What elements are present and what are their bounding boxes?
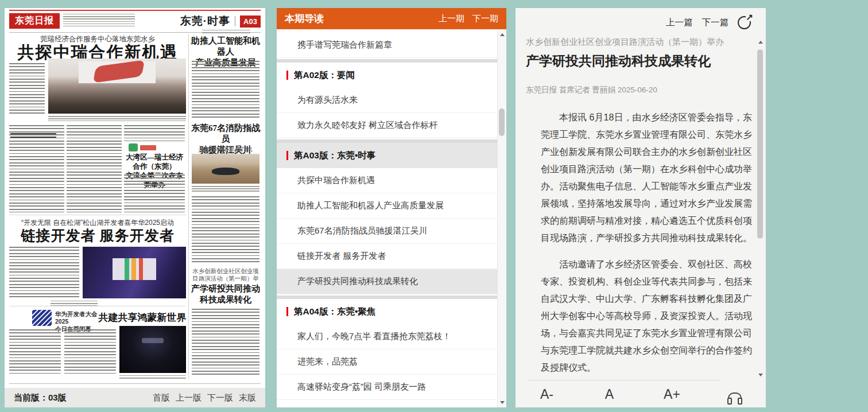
column-logo-icon xyxy=(129,143,138,151)
toc-item[interactable]: 高速驿站变身“荔”园 司乘朋友一路 xyxy=(277,375,498,400)
scroll-up-icon[interactable] xyxy=(756,38,765,46)
story-divider xyxy=(9,215,186,215)
kicker-placeholder xyxy=(202,30,250,33)
scrollbar-thumb[interactable] xyxy=(499,108,505,136)
scroll-down-icon[interactable] xyxy=(756,371,765,379)
prev-article-link[interactable]: 上一篇 xyxy=(666,17,693,29)
masthead-right: 东莞·时事 A03 xyxy=(180,14,261,29)
current-page-label: 当前版：03版 xyxy=(14,392,67,403)
page-nav-links: 首版 上一版 下一版 末版 xyxy=(153,392,256,403)
next-article-link[interactable]: 下一篇 xyxy=(702,17,729,29)
toc-item-selected[interactable]: 产学研投共同推动科技成果转化 xyxy=(277,269,498,294)
article-nav: 上一篇 下一篇 ↗ xyxy=(666,16,751,29)
toolbar-divider xyxy=(527,380,720,380)
hdc-logo-icon xyxy=(32,310,52,326)
epaper-app: 东莞日报 东莞·时事 A03 莞瑞经济合作服务中心落地东莞水乡 共探中瑞合作新机… xyxy=(0,0,868,412)
scroll-down-icon[interactable] xyxy=(498,398,506,406)
article-subtitle: 水乡创新创业社区创业项目路演活动（第一期）举办 xyxy=(526,37,741,48)
reader-toolbar: A- A A+ xyxy=(516,381,766,407)
toc-item[interactable]: 为有源头活水来 xyxy=(277,88,498,113)
fire-story-subhead: 共救援转移群众73名 xyxy=(191,146,261,154)
body-text-placeholder xyxy=(67,125,122,212)
toc-item[interactable]: 致力永久睦邻友好 树立区域合作标杆 xyxy=(277,113,498,138)
roadshow-story-headline: 产学研投共同推动 科技成果转化 xyxy=(191,283,261,305)
last-page-link[interactable]: 末版 xyxy=(239,392,256,403)
font-increase-button[interactable]: A+ xyxy=(641,381,703,407)
body-text-placeholder xyxy=(192,61,259,119)
scrollbar-thumb[interactable] xyxy=(757,49,763,239)
photo-caption-placeholder xyxy=(51,301,98,308)
toc-header: 本期导读 上一期 下一期 xyxy=(277,8,506,29)
article-paragraph: 活动邀请了水乡经济区管委会、双创社区、高校专家、投资机构、科创企业等代表共同参与… xyxy=(541,256,752,376)
prev-page-link[interactable]: 上一版 xyxy=(176,392,202,403)
toc-list: 携手谱写莞瑞合作新篇章 第A02版：要闻 为有源头活水来 致力永久睦邻友好 树立… xyxy=(277,29,498,400)
column-tag-icon xyxy=(140,145,156,150)
scroll-up-icon[interactable] xyxy=(498,30,506,38)
newspaper-page-image[interactable]: 东莞日报 东莞·时事 A03 莞瑞经济合作服务中心落地东莞水乡 共探中瑞合作新机… xyxy=(5,8,265,388)
column-rule xyxy=(188,34,189,379)
article-paragraph: 本报讯 6月18日，由水乡经济区管委会指导，东莞理工学院、东莞水乡置业管理有限公… xyxy=(541,109,752,247)
article-byline: 东莞日报 首席记者 曹丽娟 2025-06-20 xyxy=(526,85,741,95)
article-title: 产学研投共同推动科技成果转化 xyxy=(526,52,741,70)
toc-item[interactable]: 共探中瑞合作新机遇 xyxy=(277,168,498,193)
newspaper-page-panel: 东莞日报 东莞·时事 A03 莞瑞经济合作服务中心落地东莞水乡 共探中瑞合作新机… xyxy=(5,8,265,407)
dev-story-headline: 链接开发者 服务开发者 xyxy=(10,226,185,245)
page-section-label: 东莞·时事 xyxy=(180,14,230,29)
subhead-placeholder xyxy=(10,133,56,140)
photo-caption-placeholder xyxy=(48,116,186,121)
toc-section-a03[interactable]: 第A03版：东莞•时事 xyxy=(277,143,498,168)
font-default-button[interactable]: A xyxy=(578,381,641,407)
arena-photo xyxy=(119,326,186,373)
newspaper-logo: 东莞日报 xyxy=(9,13,60,29)
toc-item[interactable]: 进莞来，品莞荔 xyxy=(277,349,498,375)
toc-item[interactable]: 链接开发者 服务开发者 xyxy=(277,244,498,269)
article-header: 水乡创新创业社区创业项目路演活动（第一期）举办 产学研投共同推动科技成果转化 东… xyxy=(526,37,741,95)
toc-section-a02[interactable]: 第A02版：要闻 xyxy=(277,63,498,88)
page-bottom-rule xyxy=(9,383,261,384)
next-issue-link[interactable]: 下一期 xyxy=(472,13,498,24)
masthead-separator xyxy=(235,16,235,26)
listen-button[interactable] xyxy=(703,381,766,407)
issue-nav: 上一期 下一期 xyxy=(439,13,498,24)
toc-scrollbar[interactable] xyxy=(497,29,506,407)
body-text-placeholder xyxy=(124,125,185,141)
next-page-link[interactable]: 下一版 xyxy=(207,392,233,403)
body-text-placeholder xyxy=(192,196,259,264)
page-number-badge: A03 xyxy=(240,15,261,28)
body-text-placeholder xyxy=(9,329,61,375)
body-text-placeholder xyxy=(9,247,79,298)
masthead-meta-placeholder xyxy=(63,14,135,28)
body-text-placeholder xyxy=(64,329,116,375)
toc-item[interactable]: 携手谱写莞瑞合作新篇章 xyxy=(277,33,498,58)
article-reader-panel: 上一篇 下一篇 ↗ 水乡创新创业社区创业项目路演活动（第一期）举办 产学研投共同… xyxy=(516,8,766,407)
toc-section-a04[interactable]: 第A04版：东莞•聚焦 xyxy=(277,299,498,324)
article-body: 本报讯 6月18日，由水乡经济区管委会指导，东莞理工学院、东莞水乡置业管理有限公… xyxy=(541,109,752,383)
body-text-placeholder xyxy=(9,63,45,116)
headphones-icon xyxy=(728,392,742,401)
photo-caption-placeholder xyxy=(192,186,259,193)
toc-item[interactable]: 东莞67名消防指战员驰援湛江吴川 xyxy=(277,219,498,244)
font-decrease-button[interactable]: A- xyxy=(516,381,578,407)
first-page-link[interactable]: 首版 xyxy=(153,392,170,403)
share-icon[interactable]: ↗ xyxy=(738,16,751,29)
article-scrollbar[interactable] xyxy=(756,37,765,380)
conference-photo xyxy=(48,59,186,114)
toc-item[interactable]: 家人们，今晚7点半 看直播抢东莞荔枝！ xyxy=(277,324,498,349)
photo-caption-placeholder xyxy=(119,375,186,380)
page-top-rule xyxy=(9,10,261,11)
harmony-story-headline: 共建共享鸿蒙新世界 xyxy=(98,311,187,324)
sdc-stage-photo xyxy=(83,247,186,298)
toc-title: 本期导读 xyxy=(285,12,324,25)
body-text-placeholder xyxy=(192,309,259,375)
prev-issue-link[interactable]: 上一期 xyxy=(439,13,464,24)
body-text-placeholder xyxy=(124,174,185,212)
story-divider xyxy=(9,306,186,306)
toc-panel: 本期导读 上一期 下一期 携手谱写莞瑞合作新篇章 第A02版：要闻 为有源头活水… xyxy=(277,8,506,407)
toc-item[interactable]: 助推人工智能和机器人产业高质量发展 xyxy=(277,193,498,219)
page-navigation-bar: 当前版：03版 首版 上一版 下一版 末版 xyxy=(5,388,265,407)
flood-rescue-photo xyxy=(192,154,259,184)
toc-body: 携手谱写莞瑞合作新篇章 第A02版：要闻 为有源头活水来 致力永久睦邻友好 树立… xyxy=(277,29,506,407)
